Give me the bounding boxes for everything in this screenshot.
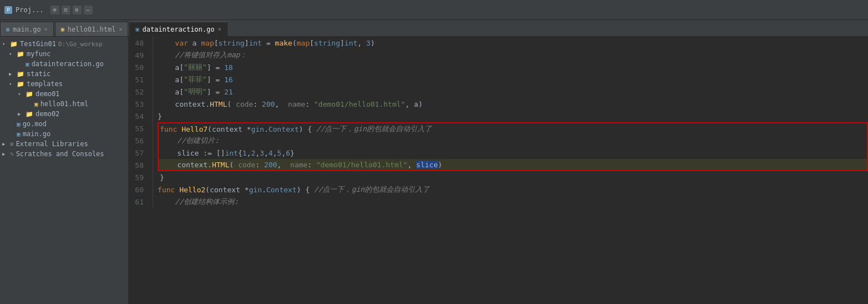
minimize-btn[interactable]: — [84,6,93,14]
di-label: datainteraction.go [32,60,104,68]
sidebar-item-hello01[interactable]: ▣ hello01.html [0,99,128,109]
code-line-56: //创建切片: [158,134,868,147]
tab-bar: ▣ main.go × ▣ hello01.html × ▣ datainter… [0,20,868,37]
num-16: 16 [224,76,233,84]
root-arrow: ▾ [2,41,10,47]
collapse-btn[interactable]: ⊟ [62,6,70,14]
settings-btn[interactable]: ⚙ [73,6,82,14]
line-num-56: 56 [133,134,148,147]
sidebar-item-scratches[interactable]: ▶ ✎ Scratches and Consoles [0,149,128,159]
tab-main-go-close[interactable]: × [44,26,48,32]
title-bar: P Proj... ⊕ ⊟ ⚙ — [0,0,868,20]
root-path: D:\Go_worksp [58,41,102,48]
sidebar-item-myfunc[interactable]: ▾ 📁 myfunc [0,49,128,59]
browse-btn[interactable]: ⊕ [51,6,59,14]
line-num-59: 59 [133,171,148,183]
type-int1: int [249,39,261,47]
line-num-54: 54 [133,110,148,122]
line-num-49: 49 [133,49,148,61]
scratches-arrow: ▶ [2,151,10,157]
line-num-58: 58 [133,159,148,171]
go-file-icon: ▣ [6,26,9,32]
sidebar-item-static[interactable]: ▶ 📁 static [0,69,128,79]
code-line-61: //创建结构体示例: [158,196,868,208]
maingo-file-icon: ▣ [17,131,21,138]
type-int-57: int [225,149,238,157]
hello01-label: hello01.html [41,100,89,108]
title-bar-left: P Proj... [4,6,44,14]
num-3: 3 [366,39,371,47]
cursor-slice: slice [416,161,438,169]
str-demo01-58: "demo01/hello01.html" [316,161,407,169]
type-context-55: Context [269,125,299,133]
demo02-folder-icon: 📁 [26,111,33,118]
line-num-57: 57 [133,147,148,159]
code-line-48: var a map[string]int = make(map[string]i… [158,37,868,49]
go-active-icon: ▣ [135,26,139,32]
code-line-54: } [158,110,868,122]
comment-56: //创建切片: [160,136,219,146]
tab-datainteraction-close[interactable]: × [218,26,221,32]
type-gin-60: gin [249,186,261,194]
sidebar-root[interactable]: ▾ 📁 TestGin01 D:\Go_worksp [0,39,128,49]
code-line-58: context.HTML( code: 200, name: "demo01/h… [158,159,868,171]
num-200-53: 200 [262,100,275,108]
code-lines: var a map[string]int = make(map[string]i… [153,37,868,208]
sidebar-item-gomod[interactable]: ▣ go.mod [0,119,128,129]
sidebar-item-maingo[interactable]: ▣ main.go [0,129,128,139]
tab-datainteraction-go[interactable]: ▣ datainteraction.go × [129,22,227,36]
scratches-label: Scratches and Consoles [16,150,104,158]
demo01-arrow: ▾ [18,91,26,97]
project-icon: P [4,6,12,14]
external-arrow: ▶ [2,141,10,147]
maingo-label: main.go [23,130,51,138]
tab-hello01-html[interactable]: ▣ hello01.html × [55,22,129,36]
html-file-icon: ▣ [61,26,64,32]
di-file-icon: ▣ [26,61,29,68]
kw-map1: map [201,39,214,47]
fn-html-58: HTML [212,161,229,169]
code-line-60: func Hello2(context *gin.Context) { //点一… [158,183,868,196]
tab-datainteraction-label: datainteraction.go [142,26,214,33]
project-title: Proj... [16,6,44,14]
kw-var: var [175,39,188,47]
line-num-61: 61 [133,196,148,208]
num-200-58: 200 [264,161,277,169]
kw-func-55: func [160,125,177,133]
static-folder-icon: 📁 [17,71,24,78]
tab-hello01-close[interactable]: × [119,26,122,32]
line-num-53: 53 [133,98,148,110]
num-2: 2 [251,149,255,157]
code-line-50: a["丽丽"] = 18 [158,61,868,73]
line-num-60: 60 [133,183,148,196]
myfunc-label: myfunc [27,50,51,58]
num-3b: 3 [260,149,264,157]
line-num-48: 48 [133,37,148,49]
str-feifei: "菲菲" [184,74,207,84]
sidebar-item-templates[interactable]: ▾ 📁 templates [0,79,128,89]
hello01-file-icon: ▣ [34,101,38,108]
static-arrow: ▶ [9,71,17,77]
type-int2: int [345,39,357,47]
line-num-50: 50 [133,61,148,73]
fn-make: make [275,39,292,47]
sidebar-item-datainteraction[interactable]: ▣ datainteraction.go [0,59,128,69]
code-line-51: a["菲菲"] = 16 [158,73,868,86]
sidebar-item-external[interactable]: ▶ ≡ External Libraries [0,139,128,149]
gomod-file-icon: ▣ [17,121,21,128]
sidebar-item-demo02[interactable]: ▶ 📁 demo02 [0,109,128,119]
tab-hello01-label: hello01.html [68,26,116,33]
sidebar-item-demo01[interactable]: ▾ 📁 demo01 [0,89,128,99]
code-line-49: //将键值对存入map： [158,49,868,61]
type-string2: string [314,39,340,47]
myfunc-arrow: ▾ [9,51,17,57]
fn-hello2: Hello2 [179,186,205,194]
sidebar: ▾ 📁 TestGin01 D:\Go_worksp ▾ 📁 myfunc ▣ … [0,37,129,304]
tab-main-go[interactable]: ▣ main.go × [0,22,54,36]
code-line-52: a["明明"] = 21 [158,86,868,98]
code-editor[interactable]: 48 49 50 51 52 53 54 55 56 57 58 59 60 6… [129,37,868,304]
num-21: 21 [224,88,233,96]
comment-60: //点一下，gin的包就会自动引入了 [314,185,430,195]
demo01-folder-icon: 📁 [26,91,33,98]
type-gin-55: gin [251,125,264,133]
